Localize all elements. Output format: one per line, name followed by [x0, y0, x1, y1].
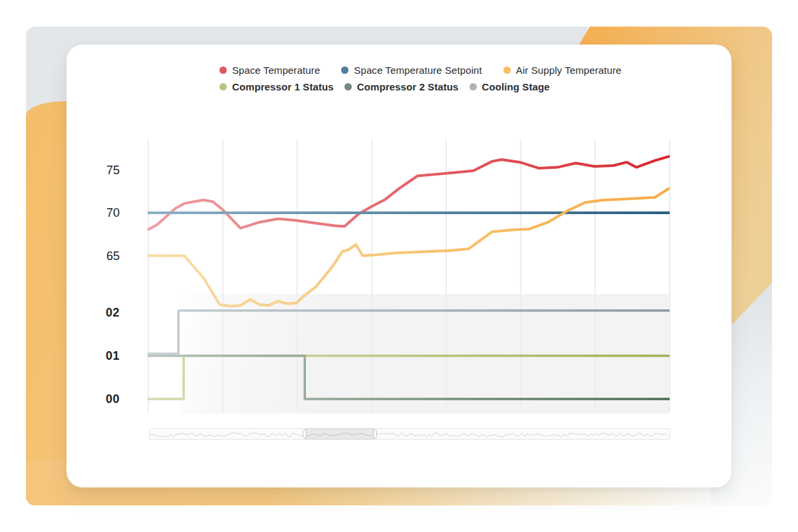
legend-label: Compressor 1 Status — [232, 81, 334, 92]
legend-item[interactable]: Air Supply Temperature — [503, 65, 622, 76]
series-line — [148, 311, 670, 354]
status-tick-label: 00 — [85, 392, 120, 406]
legend-dot-icon — [341, 66, 348, 74]
legend-row: Compressor 1 StatusCompressor 2 StatusCo… — [219, 79, 621, 94]
temperature-tick-label: 75 — [85, 164, 120, 177]
legend-dot-icon — [219, 83, 227, 90]
series-line — [148, 188, 670, 307]
legend-label: Cooling Stage — [482, 81, 550, 92]
series-lines — [148, 140, 670, 412]
sparkline-path — [150, 433, 668, 437]
legend-label: Space Temperature Setpoint — [354, 65, 481, 76]
legend-dot-icon — [469, 83, 477, 90]
navigator-sparkline — [150, 429, 670, 439]
legend-item[interactable]: Compressor 2 Status — [344, 81, 459, 92]
status-tick-label: 02 — [85, 306, 120, 319]
temperature-tick-label: 70 — [85, 206, 120, 219]
series-line — [148, 356, 670, 399]
legend-item[interactable]: Cooling Stage — [469, 81, 550, 92]
legend-label: Compressor 2 Status — [357, 81, 459, 92]
legend-item[interactable]: Space Temperature Setpoint — [341, 65, 481, 76]
legend-row: Space TemperatureSpace Temperature Setpo… — [219, 63, 621, 77]
temperature-tick-label: 65 — [85, 249, 120, 263]
legend-dot-icon — [219, 66, 227, 74]
legend-label: Space Temperature — [232, 65, 320, 76]
series-line — [148, 356, 670, 399]
legend-label: Air Supply Temperature — [516, 65, 622, 76]
legend-dot-icon — [344, 83, 352, 90]
legend-item[interactable]: Compressor 1 Status — [219, 81, 334, 92]
legend-item[interactable]: Space Temperature — [219, 65, 320, 76]
navigator-left-handle-icon[interactable] — [303, 430, 307, 438]
chart-navigator[interactable] — [149, 428, 670, 440]
status-tick-label: 01 — [85, 349, 120, 362]
chart-legend: Space TemperatureSpace Temperature Setpo… — [219, 63, 621, 94]
legend-dot-icon — [503, 66, 511, 74]
navigator-selection-window[interactable] — [305, 428, 375, 440]
plot-area[interactable] — [148, 140, 670, 412]
series-line — [148, 156, 670, 230]
navigator-right-handle-icon[interactable] — [373, 430, 377, 438]
